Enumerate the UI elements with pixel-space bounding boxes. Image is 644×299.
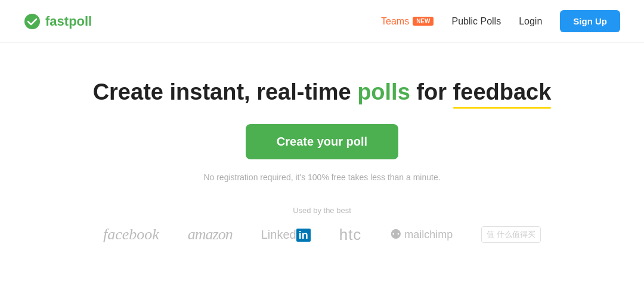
- hero-headline: Create instant, real-time polls for feed…: [93, 79, 552, 106]
- logo-icon: [24, 13, 41, 30]
- hero-section: Create instant, real-time polls for feed…: [0, 43, 644, 244]
- brands-label: Used by the best: [293, 206, 351, 215]
- svg-point-0: [24, 14, 40, 29]
- logo-text: fastpoll: [45, 14, 92, 29]
- teams-label: Teams: [381, 16, 409, 27]
- main-nav: Teams NEW Public Polls Login Sign Up: [381, 10, 620, 32]
- teams-badge: NEW: [413, 17, 434, 26]
- hero-subtext: No registration required, it's 100% free…: [203, 172, 440, 182]
- headline-polls: polls: [357, 79, 410, 104]
- nav-login[interactable]: Login: [519, 16, 542, 27]
- brand-linkedin: Linkedin: [261, 228, 311, 242]
- nav-public-polls[interactable]: Public Polls: [451, 16, 501, 27]
- mailchimp-icon: ⚉: [390, 227, 402, 242]
- headline-part1: Create instant, real-time: [93, 79, 357, 104]
- brand-amazon: amazon: [188, 226, 233, 243]
- nav-teams[interactable]: Teams NEW: [381, 16, 434, 27]
- brand-mailchimp: ⚉ mailchimp: [390, 227, 453, 242]
- mailchimp-label: mailchimp: [404, 229, 453, 241]
- watermark: 值 什么值得买: [481, 226, 541, 243]
- headline-part2: for: [410, 79, 453, 104]
- underline-decoration: [453, 107, 552, 109]
- brands-row: facebook amazon Linkedin htc ⚉ mailchimp…: [103, 226, 541, 244]
- logo[interactable]: fastpoll: [24, 13, 92, 30]
- brands-section: Used by the best facebook amazon Linkedi…: [103, 206, 541, 244]
- headline-feedback: feedback: [453, 79, 552, 106]
- brand-htc: htc: [339, 226, 362, 244]
- site-header: fastpoll Teams NEW Public Polls Login Si…: [0, 0, 644, 43]
- signup-button[interactable]: Sign Up: [560, 10, 620, 32]
- brand-facebook: facebook: [103, 226, 159, 243]
- create-poll-button[interactable]: Create your poll: [246, 124, 398, 159]
